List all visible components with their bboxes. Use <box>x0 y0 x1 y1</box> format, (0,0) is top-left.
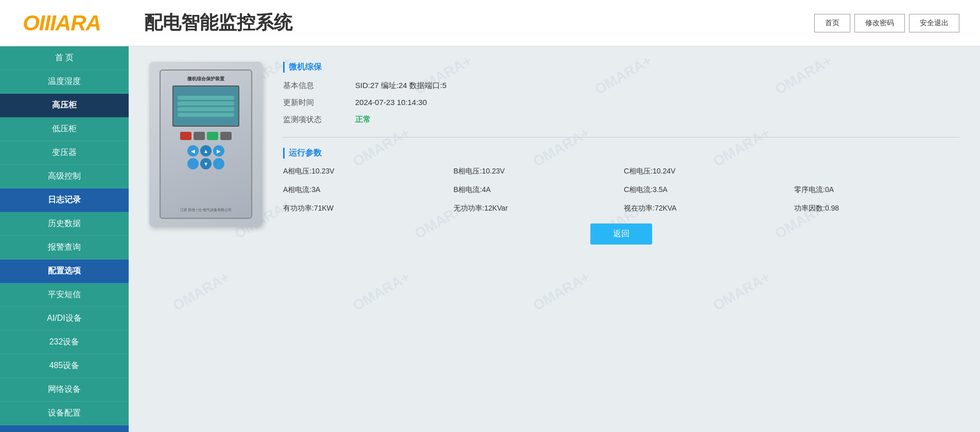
param-pf: 功率因数:0.98 <box>794 204 959 213</box>
basic-info-value: SID:27 编址:24 数据端口:5 <box>355 81 959 91</box>
sidebar-item-temp-humidity[interactable]: 温度湿度 <box>0 70 129 94</box>
sidebar-item-aidi[interactable]: AI/DI设备 <box>0 307 129 331</box>
device-nav: ◀ ▲ ▶ ▼ <box>187 145 224 169</box>
device-screen <box>172 85 239 127</box>
info-panel: 微机综保 基本信息 SID:27 编址:24 数据端口:5 更新时间 2024-… <box>283 62 959 250</box>
sidebar-item-sms[interactable]: 平安短信 <box>0 283 129 307</box>
sidebar-item-advanced-control[interactable]: 高级控制 <box>0 165 129 188</box>
sidebar-item-config[interactable]: 配置选项 <box>0 260 129 283</box>
sidebar-item-high-voltage[interactable]: 高压柜 <box>0 94 129 117</box>
sidebar-item-help-tips[interactable]: 帮助提示 <box>0 425 129 432</box>
param-vc: C相电压:10.24V <box>624 167 789 176</box>
params-grid: A相电压:10.23V B相电压:10.23V C相电压:10.24V A相电流… <box>283 167 959 213</box>
section-title-params: 运行参数 <box>283 148 959 159</box>
sidebar-item-device-config[interactable]: 设备配置 <box>0 402 129 425</box>
param-q: 无功功率:12KVar <box>453 204 619 213</box>
page-title: 配电智能监控系统 <box>113 10 814 36</box>
main-content: OMARA+ OMARA+ OMARA+ OMARA+ OMARA+ OMARA… <box>129 46 980 432</box>
monitor-value: 正常 <box>355 115 959 125</box>
sidebar-item-home[interactable]: 首 页 <box>0 46 129 70</box>
monitor-label: 监测项状态 <box>283 115 345 125</box>
logout-button[interactable]: 安全退出 <box>909 14 959 32</box>
change-password-button[interactable]: 修改密码 <box>854 14 905 32</box>
device-brand: 江苏 防世 / 仕 电气设备有限公司 <box>180 208 232 213</box>
param-ic: C相电流:3.5A <box>624 185 789 195</box>
param-ib: B相电流:4A <box>453 185 619 195</box>
content-area: 微机综合保护装置 ◀ ▲ <box>149 62 959 250</box>
layout: 首 页 温度湿度 高压柜 低压柜 变压器 高级控制 日志记录 历史数据 报警查询… <box>0 46 980 432</box>
sidebar: 首 页 温度湿度 高压柜 低压柜 变压器 高级控制 日志记录 历史数据 报警查询… <box>0 46 129 432</box>
logo-text: OIIIARA <box>23 11 101 36</box>
sidebar-item-network[interactable]: 网络设备 <box>0 378 129 402</box>
return-button[interactable]: 返回 <box>590 223 652 245</box>
header-buttons: 首页 修改密码 安全退出 <box>814 14 959 32</box>
sidebar-item-low-voltage[interactable]: 低压柜 <box>0 117 129 141</box>
update-time-label: 更新时间 <box>283 98 345 108</box>
divider <box>283 137 959 137</box>
sidebar-item-log[interactable]: 日志记录 <box>0 188 129 212</box>
basic-info-grid: 基本信息 SID:27 编址:24 数据端口:5 更新时间 2024-07-23… <box>283 81 959 125</box>
sidebar-item-rs485[interactable]: 485设备 <box>0 354 129 378</box>
header: OIIIARA 配电智能监控系统 首页 修改密码 安全退出 <box>0 0 980 46</box>
basic-info-label: 基本信息 <box>283 81 345 91</box>
param-p: 有功功率:71KW <box>283 204 448 213</box>
sidebar-item-alarm[interactable]: 报警查询 <box>0 236 129 260</box>
device-label: 微机综合保护装置 <box>187 76 224 82</box>
device-body: 微机综合保护装置 ◀ ▲ <box>160 70 252 219</box>
sidebar-item-history[interactable]: 历史数据 <box>0 212 129 236</box>
param-ia: A相电流:3A <box>283 185 448 195</box>
section-title-device: 微机综保 <box>283 62 959 73</box>
device-image: 微机综合保护装置 ◀ ▲ <box>149 62 262 227</box>
logo: OIIIARA <box>10 3 113 44</box>
param-s: 视在功率:72KVA <box>624 204 789 213</box>
param-va: A相电压:10.23V <box>283 167 448 176</box>
sidebar-item-transformer[interactable]: 变压器 <box>0 141 129 165</box>
update-time-value: 2024-07-23 10:14:30 <box>355 98 959 108</box>
sidebar-item-rs232[interactable]: 232设备 <box>0 331 129 354</box>
device-buttons <box>180 132 232 140</box>
param-vb: B相电压:10.23V <box>453 167 619 176</box>
param-empty1 <box>794 167 959 176</box>
home-button[interactable]: 首页 <box>814 14 850 32</box>
param-i0: 零序电流:0A <box>794 185 959 195</box>
